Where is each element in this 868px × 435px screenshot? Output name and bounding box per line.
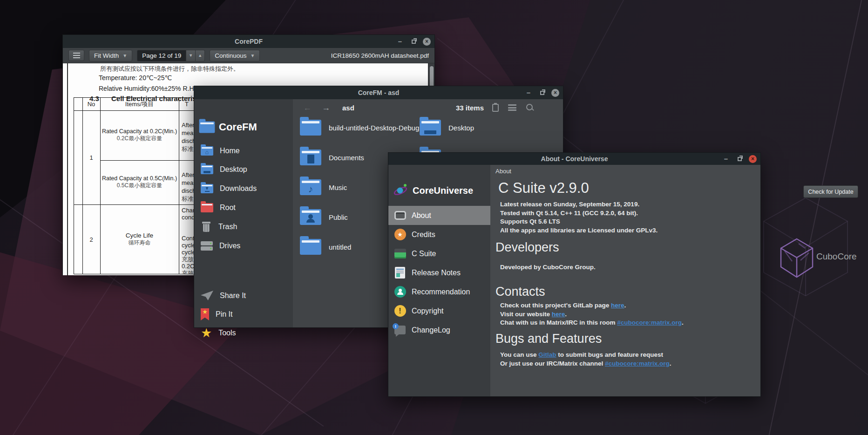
coreuniverse-titlebar[interactable]: About - CoreUniverse – × <box>388 153 760 165</box>
sidebar-item-release-notes[interactable]: Release Notes <box>388 263 490 282</box>
page-indicator: Page 12 of 19 <box>137 50 186 61</box>
sidebar-item-desktop[interactable]: Desktop <box>201 160 286 179</box>
menu-button[interactable] <box>68 50 84 61</box>
coreuniverse-logo-text: CoreUniverse <box>413 185 473 196</box>
file-item[interactable]: ♪ Music <box>300 177 347 197</box>
bugs-lines: You can use Gitlab to submit bugs and fe… <box>500 350 671 368</box>
file-item[interactable]: Documents <box>300 147 364 168</box>
file-item[interactable]: build-untitled-Desktop-Debug <box>300 117 419 138</box>
matrix-channel-link[interactable]: #cubocore:matrix.org <box>605 360 670 367</box>
contacts-lines: Check out this project's GitLab page her… <box>500 301 684 327</box>
file-item[interactable]: untitled <box>300 237 351 257</box>
close-button[interactable]: × <box>551 89 559 97</box>
sidebar-item-home[interactable]: ⌂ Home <box>201 142 286 160</box>
table-cell-line: Rated Capacity at 0.2C(Min.) <box>102 128 177 135</box>
minimize-button[interactable]: – <box>524 88 533 97</box>
sidebar-item-csuite[interactable]: C Suite <box>388 244 490 263</box>
gitlab-page-link[interactable]: here <box>611 302 624 309</box>
page-up-button[interactable]: ▲ <box>196 50 205 61</box>
table-row-no: 2 <box>82 204 100 274</box>
sidebar-action-share[interactable]: Share It <box>201 286 286 305</box>
planet-icon <box>393 184 409 197</box>
sidebar-item-drives[interactable]: Drives <box>201 237 286 255</box>
sidebar-item-root[interactable]: Root <box>201 198 286 217</box>
file-item[interactable]: Desktop <box>420 117 474 138</box>
pdf-page-edge <box>67 63 68 275</box>
back-icon[interactable]: ← <box>303 103 312 113</box>
sidebar-item-credits[interactable]: ★ Credits <box>388 225 490 244</box>
corepdf-titlebar[interactable]: CorePDF – × <box>63 35 434 48</box>
pdf-text-humidity: Relative Humidity:60%±25% R.H. <box>99 85 196 92</box>
pdf-text-temperature: Temperature: 20℃~25℃ <box>99 74 172 82</box>
file-item[interactable]: Public <box>300 207 348 227</box>
folder-icon <box>300 120 321 136</box>
cubocore-cube-logo <box>778 237 815 280</box>
sidebar-action-pin[interactable]: ★ Pin It <box>201 305 286 324</box>
contacts-heading: Contacts <box>495 285 545 299</box>
sidebar-item-trash[interactable]: Trash <box>201 218 286 236</box>
cubocore-logo-text: CuboCore <box>816 251 857 262</box>
path-label: asd <box>342 104 354 112</box>
changelog-bubble-icon: ! <box>394 324 406 336</box>
maximize-button[interactable] <box>409 37 418 46</box>
minimize-button[interactable]: – <box>396 37 404 46</box>
folder-icon <box>300 150 321 165</box>
matrix-room-link[interactable]: #cubocore:matrix.org <box>617 319 682 326</box>
website-link[interactable]: here <box>552 311 565 318</box>
exclamation-icon: ! <box>394 305 406 317</box>
sidebar-item-recommendation[interactable]: Recommendation <box>388 282 490 301</box>
gitlab-link[interactable]: Gitlab <box>538 351 556 358</box>
developers-line: Developed by CuboCore Group. <box>500 264 596 271</box>
tools-star-icon: ★ <box>201 327 212 339</box>
coreuniverse-content: About C Suite v2.9.0 Check for Update La… <box>490 165 760 396</box>
coreuniverse-sidebar: CoreUniverse About ★ Credits C Suite Rel… <box>388 165 490 396</box>
maximize-button[interactable] <box>735 155 744 163</box>
about-version-title: C Suite v2.9.0 <box>498 180 589 197</box>
corefm-title: CoreFM - asd <box>358 89 400 96</box>
close-button[interactable]: × <box>749 155 757 163</box>
root-folder-icon <box>201 203 213 212</box>
zoom-mode-dropdown[interactable]: Fit Width▼ <box>89 50 132 61</box>
search-icon[interactable] <box>526 103 534 112</box>
sidebar-action-tools[interactable]: ★ Tools <box>201 324 286 342</box>
sidebar-item-copyright[interactable]: ! Copyright <box>388 301 490 320</box>
desktop-folder-icon <box>201 165 213 174</box>
table-header-items: Items/项目 <box>100 98 179 110</box>
sidebar-item-changelog[interactable]: ! ChangeLog <box>388 320 490 340</box>
bugs-heading: Bugs and Features <box>495 332 602 346</box>
table-border <box>179 98 179 274</box>
layout-mode-dropdown[interactable]: Continuous▼ <box>210 50 260 61</box>
corefm-sidebar: CoreFM ⌂ Home Desktop Downloads Root Tra… <box>194 99 293 327</box>
corefm-titlebar[interactable]: CoreFM - asd – × <box>194 86 563 99</box>
list-view-icon[interactable] <box>508 104 516 111</box>
table-header-no: No <box>82 98 100 110</box>
table-header-test: T <box>180 98 194 110</box>
close-button[interactable]: × <box>423 38 431 46</box>
sidebar-item-downloads[interactable]: Downloads <box>201 179 286 198</box>
home-folder-icon: ⌂ <box>201 146 213 156</box>
pin-icon: ★ <box>201 308 209 320</box>
chart-icon <box>394 248 406 260</box>
coreuniverse-title: About - CoreUniverse <box>541 155 608 163</box>
drives-icon <box>201 241 213 251</box>
table-cell-line-cn: 0.2C最小额定容量 <box>117 135 162 143</box>
corefm-navbar: ← → asd 33 items <box>293 99 563 116</box>
maximize-button[interactable] <box>538 88 546 97</box>
check-update-button[interactable]: Check for Update <box>803 185 858 198</box>
developers-heading: Developers <box>495 240 559 255</box>
corepdf-toolbar: Fit Width▼ Page 12 of 19 ▼ ▲ Continuous▼… <box>63 48 434 63</box>
minimize-button[interactable]: – <box>722 155 730 163</box>
version-details: Latest release on Sunday, September 15, … <box>500 200 658 235</box>
page-down-button[interactable]: ▼ <box>186 50 196 61</box>
sidebar-item-about[interactable]: About <box>388 206 490 225</box>
layout-mode-value: Continuous <box>215 52 246 59</box>
page-selector: Page 12 of 19 ▼ ▲ <box>137 50 205 61</box>
forward-icon[interactable]: → <box>322 103 330 113</box>
clipboard-icon[interactable] <box>492 104 499 112</box>
trash-icon <box>201 221 212 232</box>
folder-icon <box>300 209 321 225</box>
chevron-down-icon: ▼ <box>251 53 255 58</box>
table-cell-line-cn: 0.5C最小额定容量 <box>117 182 162 190</box>
document-filename: ICR18650 2600mAH datasheet.pdf <box>331 52 429 59</box>
table-row-no: 1 <box>82 110 100 204</box>
